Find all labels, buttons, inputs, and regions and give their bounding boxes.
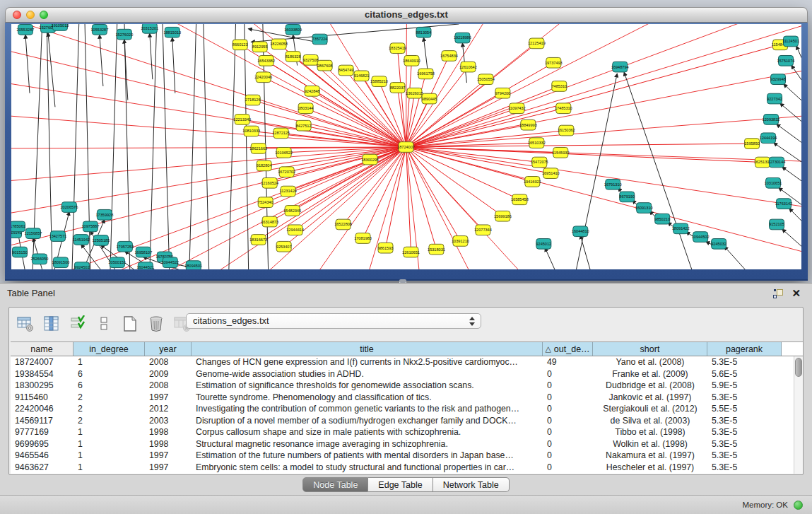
cell-name[interactable]: 19384554 bbox=[11, 369, 73, 379]
cell-pagerank[interactable]: 5.3E-5 bbox=[707, 392, 782, 402]
network-node[interactable]: 8660123 bbox=[233, 40, 248, 50]
network-node[interactable]: 15276020 bbox=[115, 29, 133, 40]
network-node[interactable]: 12156857 bbox=[25, 228, 42, 239]
network-node[interactable]: 8427512 bbox=[296, 120, 312, 131]
table-row[interactable]: 2242004622012Investigating the contribut… bbox=[11, 403, 787, 415]
tab-edge-table[interactable]: Edge Table bbox=[368, 477, 433, 492]
network-node[interactable]: 16754834 bbox=[440, 51, 458, 62]
table-row[interactable]: 969969511998Structural magnetic resonanc… bbox=[11, 438, 787, 450]
network-node[interactable]: 16543382 bbox=[257, 55, 275, 66]
network-node[interactable]: 12093832 bbox=[763, 115, 780, 125]
network-node[interactable]: 9850210 bbox=[654, 214, 670, 224]
network-node[interactable]: 8454749 bbox=[339, 65, 354, 76]
cell-year[interactable]: 1997 bbox=[145, 392, 192, 402]
cell-year[interactable]: 2008 bbox=[145, 357, 192, 367]
network-node[interactable]: 16522808 bbox=[334, 219, 352, 230]
network-node[interactable]: 18849993 bbox=[519, 119, 537, 130]
cell-title[interactable]: Investigating the contribution of common… bbox=[192, 404, 543, 414]
network-node[interactable]: 12610642 bbox=[459, 62, 477, 72]
cell-year[interactable]: 2009 bbox=[145, 369, 192, 379]
table-row[interactable]: 1872400712008Changes of HCN gene express… bbox=[11, 356, 787, 368]
network-node[interactable]: 18815013 bbox=[163, 27, 181, 37]
cell-in_degree[interactable]: 6 bbox=[73, 369, 145, 379]
cell-in_degree[interactable]: 6 bbox=[73, 380, 145, 390]
table-selector-dropdown[interactable]: citations_edges.txt bbox=[186, 313, 481, 329]
scrollbar-thumb[interactable] bbox=[795, 358, 802, 377]
network-canvas[interactable]: 8660123891295518226058165433828186328932… bbox=[11, 24, 801, 269]
network-node[interactable]: 15699186 bbox=[494, 211, 512, 221]
network-node[interactable]: 18316672 bbox=[249, 235, 267, 245]
table-row[interactable]: 911546021997Tourette syndrome. Phenomeno… bbox=[11, 392, 787, 404]
cell-title[interactable]: Structural magnetic resonance image aver… bbox=[192, 439, 543, 449]
network-node[interactable]: 13626015 bbox=[406, 88, 423, 98]
network-node[interactable]: 18621663 bbox=[249, 144, 267, 154]
minimize-window-button[interactable] bbox=[26, 11, 35, 19]
cell-short[interactable]: Stergiakouli et al. (2012) bbox=[593, 404, 707, 414]
table-scrollbar[interactable] bbox=[794, 356, 803, 474]
network-node[interactable]: 12505185 bbox=[92, 235, 110, 246]
tab-node-table[interactable]: Node Table bbox=[302, 477, 368, 492]
network-node[interactable]: 9329948 bbox=[770, 74, 786, 85]
network-node[interactable]: 16958107 bbox=[134, 247, 152, 257]
table-row[interactable]: 946362711997Embryonic stem cells: a mode… bbox=[11, 462, 787, 474]
cell-out_degree[interactable]: 0 bbox=[543, 380, 593, 390]
cell-out_degree[interactable]: 0 bbox=[543, 392, 593, 402]
network-node[interactable]: 19218986 bbox=[454, 33, 471, 43]
cell-name[interactable]: 9465546 bbox=[11, 450, 73, 460]
network-node[interactable]: 18226058 bbox=[270, 39, 288, 49]
column-header-name[interactable]: name bbox=[11, 342, 73, 356]
network-node[interactable]: 7357224 bbox=[312, 34, 328, 45]
network-node[interactable]: 17485310 bbox=[555, 103, 572, 114]
network-node[interactable]: 8186328 bbox=[286, 52, 301, 62]
network-node[interactable]: 10391210 bbox=[452, 236, 469, 247]
network-node[interactable]: 16510332 bbox=[528, 138, 546, 148]
cell-year[interactable]: 2008 bbox=[145, 380, 192, 390]
network-node[interactable]: 2718126 bbox=[245, 95, 261, 105]
network-node[interactable]: 12077344 bbox=[474, 225, 492, 235]
network-node[interactable]: 9182804 bbox=[257, 160, 272, 171]
cell-name[interactable]: 9699695 bbox=[11, 439, 73, 449]
network-node[interactable]: 17081983 bbox=[354, 233, 372, 244]
cell-short[interactable]: Jankovic et al. (1997) bbox=[593, 392, 707, 402]
cell-pagerank[interactable]: 5.5E-5 bbox=[707, 404, 782, 414]
network-node[interactable]: 9253407 bbox=[276, 241, 292, 252]
cell-out_degree[interactable]: 0 bbox=[543, 439, 593, 449]
network-node[interactable]: 9227342 bbox=[767, 93, 782, 104]
network-node[interactable]: 18325419 bbox=[389, 43, 406, 54]
network-node[interactable]: 7524340 bbox=[258, 197, 273, 208]
cell-name[interactable]: 18724007 bbox=[11, 357, 73, 367]
network-node[interactable]: 12872125 bbox=[272, 128, 290, 139]
network-node[interactable]: 15751074 bbox=[777, 55, 795, 66]
memory-ok-indicator[interactable] bbox=[794, 501, 803, 510]
network-node[interactable]: 18724007 bbox=[397, 142, 415, 153]
network-node[interactable]: 18094501 bbox=[184, 261, 202, 269]
network-node[interactable]: 10810333 bbox=[242, 126, 260, 136]
network-node[interactable]: 11231424 bbox=[279, 186, 296, 197]
cell-year[interactable]: 1998 bbox=[145, 439, 192, 449]
cell-short[interactable]: Yano et al. (2008) bbox=[593, 357, 707, 367]
network-node[interactable]: 11124501 bbox=[782, 36, 799, 47]
cell-in_degree[interactable]: 2 bbox=[73, 404, 145, 414]
cell-title[interactable]: Tourette syndrome. Phenomenology and cla… bbox=[192, 392, 543, 402]
network-node[interactable]: 19105013 bbox=[52, 24, 69, 30]
cell-name[interactable]: 9115460 bbox=[11, 392, 73, 402]
cell-pagerank[interactable]: 5.3E-5 bbox=[707, 416, 782, 426]
cell-in_degree[interactable]: 1 bbox=[73, 357, 145, 367]
cell-name[interactable]: 22420046 bbox=[11, 404, 73, 414]
network-node[interactable]: 16314873 bbox=[261, 216, 278, 227]
network-node[interactable]: 16044521 bbox=[136, 262, 154, 269]
window-titlebar[interactable]: citations_edges.txt bbox=[5, 7, 808, 23]
network-node[interactable]: 10310651 bbox=[765, 177, 782, 188]
cell-short[interactable]: Franke et al. (2009) bbox=[593, 369, 707, 379]
zoom-window-button[interactable] bbox=[40, 11, 48, 19]
network-node[interactable]: 17957253 bbox=[116, 241, 134, 252]
close-panel-icon[interactable]: ✕ bbox=[792, 288, 801, 298]
cell-out_degree[interactable]: 0 bbox=[543, 416, 593, 426]
show-columns-button[interactable] bbox=[42, 315, 61, 333]
network-node[interactable]: 2803144 bbox=[298, 103, 314, 114]
cell-pagerank[interactable]: 5.3E-5 bbox=[707, 357, 782, 367]
cell-in_degree[interactable]: 1 bbox=[73, 450, 145, 460]
network-node[interactable]: 11451942 bbox=[73, 235, 90, 245]
network-node[interactable]: 12730144 bbox=[768, 157, 786, 168]
table-row[interactable]: 977716911998Corpus callosum shape and si… bbox=[11, 426, 787, 438]
